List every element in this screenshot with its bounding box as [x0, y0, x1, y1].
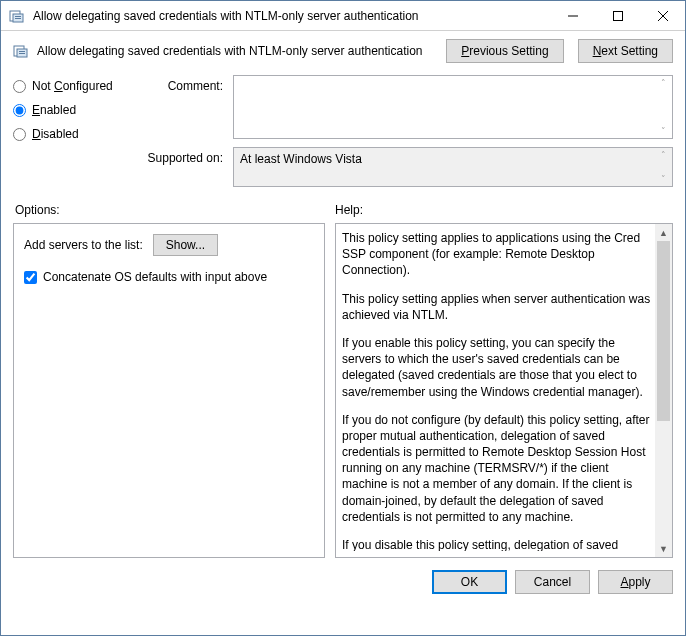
window-title: Allow delegating saved credentials with …	[33, 9, 550, 23]
radio-disabled[interactable]: Disabled	[13, 127, 133, 141]
svg-rect-10	[19, 51, 25, 52]
options-pane: Add servers to the list: Show... Concate…	[13, 223, 325, 558]
radio-not-configured[interactable]: Not Configured	[13, 79, 133, 93]
concat-checkbox[interactable]	[24, 271, 37, 284]
radio-disabled-input[interactable]	[13, 128, 26, 141]
help-text: This policy setting applies to applicati…	[342, 230, 654, 551]
scroll-hint: ˄˅	[655, 76, 672, 138]
supported-field: At least Windows Vista ˄˅	[233, 147, 673, 187]
servers-label: Add servers to the list:	[24, 238, 143, 252]
radio-enabled-input[interactable]	[13, 104, 26, 117]
options-header: Options:	[15, 203, 335, 217]
radio-enabled[interactable]: Enabled	[13, 103, 133, 117]
svg-rect-5	[613, 11, 622, 20]
svg-rect-2	[15, 16, 21, 17]
svg-rect-11	[19, 53, 25, 54]
cancel-button[interactable]: Cancel	[515, 570, 590, 594]
radio-not-configured-input[interactable]	[13, 80, 26, 93]
svg-rect-3	[15, 18, 21, 19]
help-pane: This policy setting applies to applicati…	[335, 223, 673, 558]
comment-field[interactable]: ˄˅	[233, 75, 673, 139]
pane-headers: Options: Help:	[1, 199, 685, 223]
scroll-up-icon[interactable]: ▲	[655, 224, 672, 241]
policy-title: Allow delegating saved credentials with …	[37, 44, 432, 58]
scroll-down-icon[interactable]: ▼	[655, 540, 672, 557]
policy-icon	[9, 8, 25, 24]
titlebar: Allow delegating saved credentials with …	[1, 1, 685, 31]
concat-checkbox-row[interactable]: Concatenate OS defaults with input above	[24, 270, 314, 284]
supported-value: At least Windows Vista	[240, 152, 362, 166]
previous-setting-button[interactable]: Previous Setting	[446, 39, 563, 63]
state-section: Not Configured Enabled Disabled Comment:…	[1, 71, 685, 199]
next-setting-button[interactable]: Next Setting	[578, 39, 673, 63]
apply-button[interactable]: Apply	[598, 570, 673, 594]
maximize-button[interactable]	[595, 1, 640, 30]
state-radios: Not Configured Enabled Disabled	[13, 75, 133, 187]
scroll-hint: ˄˅	[655, 148, 672, 186]
help-scrollbar[interactable]: ▲ ▼	[655, 224, 672, 557]
concat-label: Concatenate OS defaults with input above	[43, 270, 267, 284]
ok-button[interactable]: OK	[432, 570, 507, 594]
minimize-button[interactable]	[550, 1, 595, 30]
supported-label: Supported on:	[143, 147, 223, 187]
dialog-buttons: OK Cancel Apply	[1, 558, 685, 594]
policy-header: Allow delegating saved credentials with …	[1, 31, 685, 71]
help-header: Help:	[335, 203, 363, 217]
scroll-thumb[interactable]	[657, 241, 670, 421]
show-button[interactable]: Show...	[153, 234, 218, 256]
comment-label: Comment:	[143, 75, 223, 139]
policy-icon	[13, 43, 29, 59]
close-button[interactable]	[640, 1, 685, 30]
